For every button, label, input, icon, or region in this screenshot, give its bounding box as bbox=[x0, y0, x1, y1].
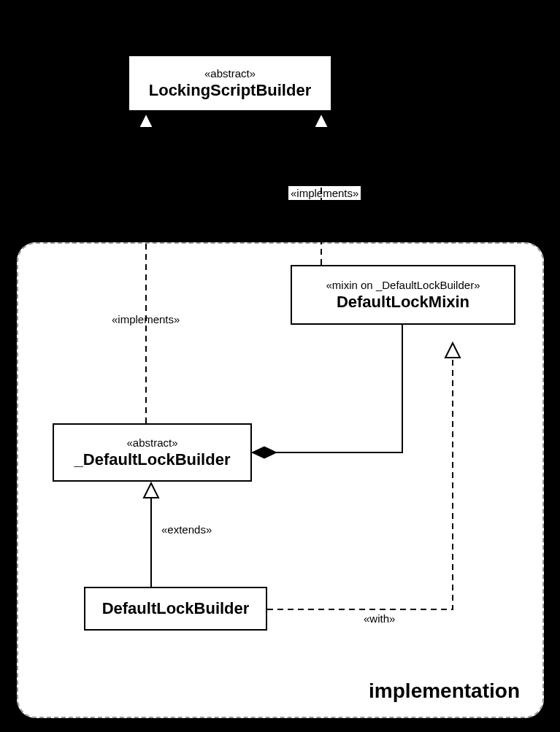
stereotype-label: «abstract» bbox=[126, 436, 177, 449]
class-default-lock-builder: DefaultLockBuilder bbox=[84, 587, 267, 631]
class-default-lock-mixin: «mixin on _DefaultLockBuilder» DefaultLo… bbox=[291, 265, 515, 325]
class-name: LockingScriptBuilder bbox=[149, 81, 311, 100]
class-name: DefaultLockMixin bbox=[337, 293, 469, 312]
class-name: _DefaultLockBuilder bbox=[74, 450, 231, 469]
stereotype-label: «abstract» bbox=[204, 67, 256, 80]
label-extends: «extends» bbox=[159, 523, 214, 536]
label-implements-top: «implements» bbox=[288, 186, 361, 200]
package-label: implementation bbox=[369, 679, 520, 703]
label-with: «with» bbox=[361, 612, 397, 625]
uml-diagram: «abstract» LockingScriptBuilder «mixin o… bbox=[0, 0, 560, 732]
label-implements-left: «implements» bbox=[110, 312, 182, 326]
class-name: DefaultLockBuilder bbox=[102, 599, 250, 618]
stereotype-label: «mixin on _DefaultLockBuilder» bbox=[326, 279, 480, 291]
class-locking-script-builder: «abstract» LockingScriptBuilder bbox=[128, 55, 332, 112]
class-default-lock-builder-abstract: «abstract» _DefaultLockBuilder bbox=[53, 423, 252, 482]
